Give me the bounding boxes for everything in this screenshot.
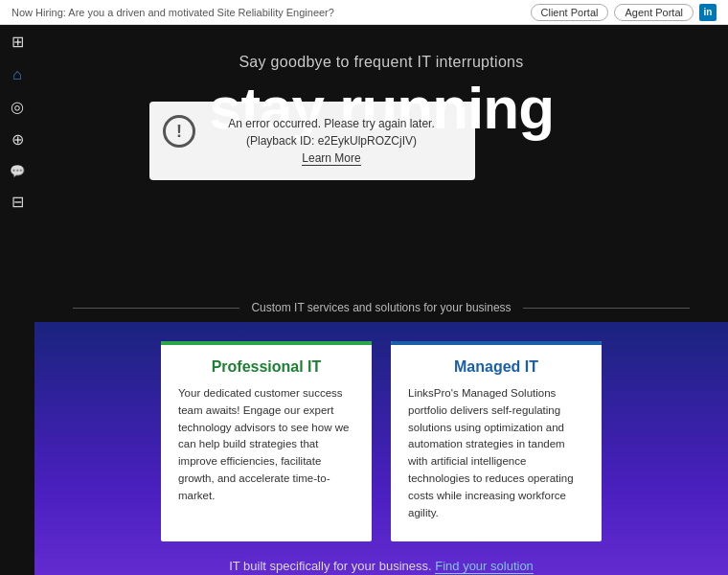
cta-text: IT built specifically for your business.	[229, 559, 431, 573]
cards-row: Professional IT Your dedicated customer …	[63, 341, 699, 541]
professional-it-body: Your dedicated customer success team awa…	[178, 385, 354, 505]
linkedin-icon[interactable]: in	[699, 4, 717, 21]
banner-text: Custom IT services and solutions for you…	[251, 301, 511, 314]
error-message: An error occurred. Please try again late…	[228, 117, 434, 148]
hiring-text: Now Hiring: Are you a driven and motivat…	[11, 7, 334, 18]
home-icon[interactable]: ⌂	[12, 67, 22, 82]
top-bar: Now Hiring: Are you a driven and motivat…	[0, 0, 728, 25]
sidebar: ⊞ ⌂ ◎ ⊕ 💬 ⊟	[0, 25, 34, 575]
grid-icon[interactable]: ⊞	[11, 34, 24, 50]
managed-it-card: Managed IT LinksPro's Managed Solutions …	[391, 341, 602, 541]
error-icon: !	[163, 115, 195, 148]
professional-it-card: Professional IT Your dedicated customer …	[161, 341, 372, 541]
bottom-cta: IT built specifically for your business.…	[63, 559, 699, 573]
learn-more-link[interactable]: Learn More	[302, 151, 360, 166]
chat-icon[interactable]: 💬	[10, 165, 25, 177]
find-solution-link[interactable]: Find your solution	[435, 559, 534, 574]
globe2-icon[interactable]: ⊕	[11, 132, 24, 148]
error-text: An error occurred. Please try again late…	[205, 115, 458, 167]
managed-it-body: LinksPro's Managed Solutions portfolio d…	[408, 385, 584, 522]
hero-section: Say goodbye to frequent IT interruptions…	[34, 25, 728, 293]
professional-it-title: Professional IT	[178, 358, 354, 376]
portal-buttons: Client Portal Agent Portal in	[531, 4, 717, 21]
custom-it-banner: Custom IT services and solutions for you…	[34, 293, 728, 322]
error-overlay: ! An error occurred. Please try again la…	[149, 102, 475, 180]
cards-section: Professional IT Your dedicated customer …	[34, 322, 728, 575]
divider-right	[523, 308, 690, 309]
agent-portal-button[interactable]: Agent Portal	[614, 4, 694, 21]
content: Say goodbye to frequent IT interruptions…	[34, 25, 728, 575]
layers-icon[interactable]: ⊟	[11, 195, 24, 210]
globe-icon[interactable]: ◎	[11, 100, 24, 115]
client-portal-button[interactable]: Client Portal	[531, 4, 609, 21]
managed-it-title: Managed IT	[408, 358, 584, 376]
hero-subtitle: Say goodbye to frequent IT interruptions	[54, 54, 709, 71]
card-top-bar-blue	[391, 341, 602, 345]
card-top-bar-green	[161, 341, 372, 345]
main-layout: ⊞ ⌂ ◎ ⊕ 💬 ⊟ Say goodbye to frequent IT i…	[0, 25, 728, 575]
divider-left	[73, 308, 239, 309]
